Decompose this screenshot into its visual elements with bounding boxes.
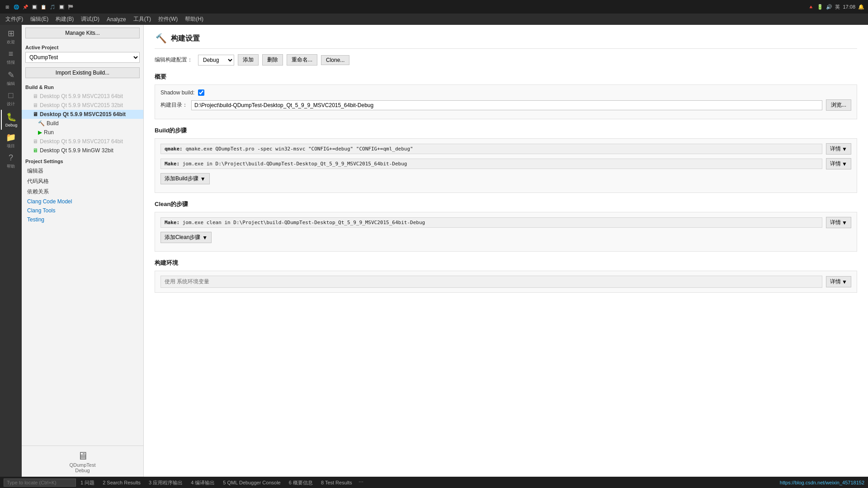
- tree-item-mingw[interactable]: 🖥 Desktop Qt 5.9.9 MinGW 32bit: [22, 146, 143, 155]
- tree-item-build[interactable]: 🔨 Build: [22, 119, 143, 128]
- activity-edit[interactable]: ✎ 编辑: [1, 68, 21, 88]
- bottom-project-name: QDumpTest: [69, 462, 95, 468]
- settings-item-clang-tools[interactable]: Clang Tools: [22, 206, 143, 215]
- app-icon-6: 🎵: [49, 3, 56, 10]
- app-icon-1: ⊞: [4, 3, 11, 10]
- config-toolbar: 编辑构建配置： Debug 添加 删除 重命名... Clone...: [155, 54, 857, 66]
- settings-item-clang-model[interactable]: Clang Code Model: [22, 197, 143, 206]
- debug-icon: 🐛: [6, 112, 16, 122]
- settings-item-editor[interactable]: 编辑器: [22, 166, 143, 176]
- make-detail-button[interactable]: 详情 ▼: [826, 158, 851, 169]
- content-main-title: 构建设置: [171, 34, 200, 43]
- settings-item-codestyle[interactable]: 代码风格: [22, 176, 143, 187]
- qmake-detail-label: 详情: [830, 145, 841, 153]
- activity-help[interactable]: ? 帮助: [1, 151, 21, 171]
- language-indicator: 英: [835, 4, 840, 10]
- activity-welcome[interactable]: ⊞ 欢迎: [1, 27, 21, 47]
- menu-controls[interactable]: 控件(W): [155, 14, 181, 25]
- delete-config-button[interactable]: 删除: [262, 54, 283, 66]
- add-build-arrow: ▼: [200, 176, 206, 182]
- summary-label: 6 概要信息: [289, 479, 313, 486]
- build-dir-label: 构建目录：: [160, 101, 188, 109]
- desktop-icon-2: 🖥: [33, 102, 38, 108]
- clean-detail-button[interactable]: 详情 ▼: [826, 217, 851, 228]
- panel-tab-summary[interactable]: 6 概要信息: [285, 477, 316, 488]
- panel-tab-problems[interactable]: 1 问题: [77, 477, 98, 488]
- topbar-app-icons: ⊞ 🌐 📌 🔲 📋 🎵 🔲 🏁: [4, 3, 74, 10]
- bottom-project-label: 🖥 QDumpTest Debug: [25, 450, 140, 473]
- menu-build[interactable]: 构建(B): [52, 14, 77, 25]
- activity-info[interactable]: ≡ 情报: [1, 47, 21, 67]
- tree-item-msvc2013[interactable]: 🖥 Desktop Qt 5.9.9 MSVC2013 64bit: [22, 92, 143, 101]
- activity-debug[interactable]: 🐛 Debug: [1, 110, 21, 130]
- make-prefix: Make:: [165, 161, 179, 167]
- shadow-build-checkbox[interactable]: [198, 89, 204, 96]
- tree-item-msvc2015-64[interactable]: 🖥 Desktop Qt 5.9.9 MSVC2015 64bit: [22, 110, 143, 119]
- browse-button[interactable]: 浏览...: [826, 99, 851, 111]
- add-clean-step-button[interactable]: 添加Clean步骤 ▼: [160, 232, 212, 243]
- menu-bar: 文件(F) 编辑(E) 构建(B) 调试(D) Analyze 工具(T) 控件…: [0, 14, 868, 25]
- content-header: 🔨 构建设置: [155, 32, 857, 49]
- tree-item-run[interactable]: ▶ Run: [22, 128, 143, 137]
- manage-kits-button[interactable]: Manage Kits...: [25, 28, 140, 38]
- build-step-make-text: Make: jom.exe in D:\Project\build-QDumpT…: [160, 159, 822, 169]
- menu-edit[interactable]: 编辑(E): [27, 14, 52, 25]
- build-step-qmake-text: qmake: qmake.exe QDumpTest.pro -spec win…: [160, 144, 822, 154]
- clean-step-make: Make: jom.exe clean in D:\Project\build-…: [160, 217, 851, 228]
- sidebar: Manage Kits... Active Project QDumpTest …: [22, 25, 144, 477]
- menu-debug[interactable]: 调试(D): [77, 14, 103, 25]
- tree-item-msvc2017[interactable]: 🖥 Desktop Qt 5.9.9 MSVC2017 64bit: [22, 137, 143, 146]
- panel-tab-test-results[interactable]: 8 Test Results: [317, 477, 356, 488]
- active-project-select[interactable]: QDumpTest: [25, 52, 140, 63]
- content-area: 🔨 构建设置 编辑构建配置： Debug 添加 删除 重命名... Clone.…: [144, 25, 868, 477]
- info-icon: ≡: [9, 49, 14, 59]
- clone-config-button[interactable]: Clone...: [321, 55, 349, 65]
- import-existing-build-button[interactable]: Import Existing Build...: [25, 67, 140, 78]
- env-text: 使用 系统环境变量: [160, 276, 822, 288]
- activity-label-debug: Debug: [5, 123, 18, 127]
- app-icon-2: 🌐: [13, 3, 20, 10]
- url-link[interactable]: https://blog.csdn.net/weixin_45718152: [780, 480, 864, 485]
- problems-label: 1 问题: [80, 479, 94, 486]
- activity-label-edit: 编辑: [7, 81, 15, 87]
- env-title: 构建环境: [155, 259, 857, 267]
- clean-steps-block: Make: jom.exe clean in D:\Project\build-…: [155, 212, 857, 252]
- tree-item-msvc2015-32[interactable]: 🖥 Desktop Qt 5.9.9 MSVC2015 32bit: [22, 101, 143, 110]
- panel-tab-search[interactable]: 2 Search Results: [99, 477, 144, 488]
- env-detail-arrow: ▼: [842, 279, 847, 285]
- build-steps-block: qmake: qmake.exe QDumpTest.pro -spec win…: [155, 138, 857, 193]
- panel-tab-compile[interactable]: 4 编译输出: [187, 477, 218, 488]
- config-select[interactable]: Debug: [198, 55, 234, 66]
- app-output-label: 3 应用程序输出: [149, 479, 183, 486]
- panel-tab-qml[interactable]: 5 QML Debugger Console: [219, 477, 284, 488]
- panel-tab-app-output[interactable]: 3 应用程序输出: [145, 477, 186, 488]
- tree-label-msvc2013: Desktop Qt 5.9.9 MSVC2013 64bit: [40, 93, 123, 99]
- settings-item-testing[interactable]: Testing: [22, 215, 143, 224]
- qmake-command: qmake.exe QDumpTest.pro -spec win32-msvc…: [185, 146, 413, 152]
- notification-icon: 🔔: [858, 4, 864, 10]
- qmake-detail-button[interactable]: 详情 ▼: [826, 143, 851, 155]
- desktop-icon-1: 🖥: [33, 93, 38, 99]
- desktop-icon-4: 🖥: [33, 138, 38, 145]
- compile-output-label: 4 编译输出: [191, 479, 215, 486]
- panel-expand-icon[interactable]: ⋯: [359, 479, 363, 485]
- env-detail-button[interactable]: 详情 ▼: [826, 276, 851, 287]
- settings-item-deps[interactable]: 依赖关系: [22, 187, 143, 197]
- activity-projects[interactable]: 📁 项目: [1, 131, 21, 150]
- clean-make-prefix: Make:: [165, 220, 179, 225]
- tree-label-msvc2017: Desktop Qt 5.9.9 MSVC2017 64bit: [40, 138, 123, 145]
- search-results-label: 2 Search Results: [103, 480, 141, 485]
- activity-label-design: 设计: [7, 101, 15, 107]
- add-config-button[interactable]: 添加: [238, 54, 259, 66]
- menu-help[interactable]: 帮助(H): [181, 14, 207, 25]
- menu-analyze[interactable]: Analyze: [103, 14, 130, 25]
- menu-file[interactable]: 文件(F): [2, 14, 27, 25]
- activity-design[interactable]: □ 设计: [1, 89, 21, 109]
- projects-icon: 📁: [6, 132, 16, 142]
- build-dir-input[interactable]: [191, 100, 822, 110]
- clean-detail-arrow: ▼: [842, 220, 847, 226]
- locate-input[interactable]: [4, 479, 76, 487]
- rename-config-button[interactable]: 重命名...: [287, 54, 317, 66]
- menu-tools[interactable]: 工具(T): [130, 14, 155, 25]
- add-build-step-button[interactable]: 添加Build步骤 ▼: [160, 173, 210, 184]
